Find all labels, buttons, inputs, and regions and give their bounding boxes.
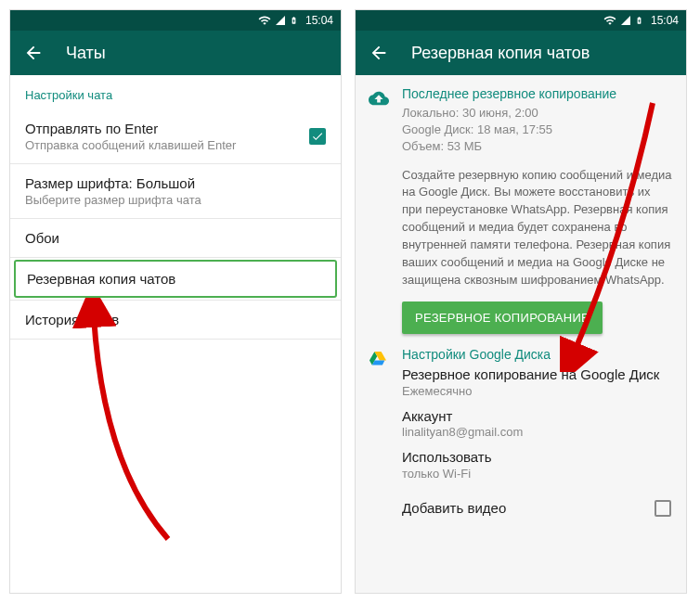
item-title: Размер шрифта: Большой <box>25 175 326 191</box>
back-arrow-icon[interactable] <box>369 43 389 63</box>
item-value: Ежемесячно <box>402 384 673 398</box>
item-title: Отправлять по Enter <box>25 121 309 136</box>
phone-right: 15:04 Резервная копия чатов Последнее ре… <box>355 9 687 594</box>
item-title: Обои <box>25 230 326 246</box>
item-enter[interactable]: Отправлять по Enter Отправка сообщений к… <box>10 109 341 163</box>
page-title: Чаты <box>66 44 106 63</box>
gdrive-account[interactable]: Аккаунт linalityan8@gmail.com <box>402 407 673 440</box>
section-gdrive: Настройки Google Диска Резервное копиров… <box>356 341 686 490</box>
item-title: Аккаунт <box>402 407 673 426</box>
clock: 15:04 <box>305 14 333 27</box>
cloud-upload-icon <box>369 88 389 109</box>
gdrive-header: Настройки Google Диска <box>402 347 673 362</box>
last-backup-gdrive: Google Диск: 18 мая, 17:55 <box>402 122 673 138</box>
item-subtitle: Выберите размер шрифта чата <box>25 193 326 207</box>
app-bar: Чаты <box>10 31 341 75</box>
google-drive-icon <box>369 349 387 367</box>
battery-icon <box>635 14 643 27</box>
app-bar: Резервная копия чатов <box>356 31 686 75</box>
wifi-icon <box>603 14 616 27</box>
signal-icon <box>620 15 631 26</box>
highlighted-item: Резервная копия чатов <box>14 260 337 298</box>
checkbox-icon[interactable] <box>655 500 671 517</box>
item-history[interactable]: История чатов <box>10 301 341 339</box>
back-arrow-icon[interactable] <box>23 43 44 63</box>
item-backup[interactable]: Резервная копия чатов <box>16 262 335 296</box>
item-title: Использовать <box>402 448 673 467</box>
clock: 15:04 <box>651 14 679 27</box>
backup-button[interactable]: РЕЗЕРВНОЕ КОПИРОВАНИЕ <box>402 302 603 334</box>
item-value: только Wi-Fi <box>402 467 673 481</box>
section-last-backup: Последнее резервное копирование Локально… <box>356 75 686 341</box>
checkbox-icon[interactable] <box>309 128 326 145</box>
gdrive-frequency[interactable]: Резервное копирование на Google Диск Еже… <box>402 366 673 398</box>
signal-icon <box>275 15 286 26</box>
divider <box>10 257 341 258</box>
divider <box>10 339 341 340</box>
item-fontsize[interactable]: Размер шрифта: Большой Выберите размер ш… <box>10 164 341 218</box>
gdrive-add-video[interactable]: Добавить видео <box>356 490 686 527</box>
content-area: Настройки чата Отправлять по Enter Отпра… <box>10 75 341 593</box>
gdrive-network[interactable]: Использовать только Wi-Fi <box>402 448 673 481</box>
item-title: История чатов <box>25 312 326 327</box>
item-title: Резервная копия чатов <box>27 271 324 287</box>
backup-description: Создайте резервную копию сообщений и мед… <box>402 167 673 289</box>
last-backup-size: Объем: 53 МБ <box>402 138 673 155</box>
item-title: Добавить видео <box>402 499 506 518</box>
content-area: Последнее резервное копирование Локально… <box>356 75 686 593</box>
page-title: Резервная копия чатов <box>411 44 590 63</box>
status-bar: 15:04 <box>356 10 686 31</box>
phone-left: 15:04 Чаты Настройки чата Отправлять по … <box>9 9 342 594</box>
item-wallpaper[interactable]: Обои <box>10 219 341 257</box>
wifi-icon <box>258 14 271 27</box>
item-title: Резервное копирование на Google Диск <box>402 366 673 384</box>
last-backup-header: Последнее резервное копирование <box>402 86 673 101</box>
item-subtitle: Отправка сообщений клавишей Enter <box>25 138 309 152</box>
last-backup-local: Локально: 30 июня, 2:00 <box>402 105 673 122</box>
item-value: linalityan8@gmail.com <box>402 425 673 439</box>
section-header: Настройки чата <box>10 75 341 109</box>
status-bar: 15:04 <box>10 10 341 31</box>
battery-icon <box>290 14 298 27</box>
